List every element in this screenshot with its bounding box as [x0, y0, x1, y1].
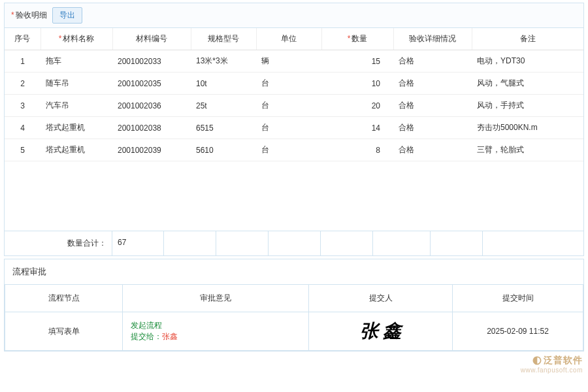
- col-opinion: 审批意见: [123, 285, 309, 312]
- detail-table: 序号 *材料名称 材料编号 规格型号 单位 *数量 验收详细情况 备注 1拖车2…: [5, 28, 583, 161]
- required-star-icon: *: [348, 34, 351, 43]
- cell-unit: 台: [256, 117, 321, 139]
- cell-status: 合格: [393, 50, 472, 73]
- cell-remark: 电动，YDT30: [472, 50, 583, 73]
- cell-unit: 台: [256, 95, 321, 117]
- cell-name: 随车吊: [41, 73, 112, 95]
- detail-title-wrap: *验收明细: [11, 10, 47, 21]
- col-code[interactable]: 材料编号: [112, 28, 191, 50]
- cell-status: 合格: [393, 95, 472, 117]
- totals-empty: [431, 231, 483, 255]
- table-row[interactable]: 5塔式起重机20010020395610台8合格三臂，轮胎式: [5, 139, 583, 161]
- acceptance-detail-panel: *验收明细 导出 序号 *材料名称 材料编号 规格型号 单位 *数量 验收详细情…: [4, 3, 584, 256]
- cell-seq: 4: [5, 117, 41, 139]
- totals-label: 数量合计：: [5, 231, 112, 255]
- approval-row: 填写表单发起流程提交给：张鑫张 鑫2025-02-09 11:52: [5, 312, 583, 351]
- table-row[interactable]: 3汽车吊200100203625t台20合格风动，手持式: [5, 95, 583, 117]
- cell-code: 2001002035: [112, 73, 191, 95]
- detail-header: *验收明细 导出: [5, 3, 583, 28]
- cell-name: 塔式起重机: [41, 117, 112, 139]
- approval-panel: 流程审批 流程节点 审批意见 提交人 提交时间 填写表单发起流程提交给：张鑫张 …: [4, 259, 584, 351]
- cell-qty: 10: [321, 73, 393, 95]
- cell-status: 合格: [393, 117, 472, 139]
- cell-submitter: 张 鑫: [309, 312, 453, 351]
- cell-name: 塔式起重机: [41, 139, 112, 161]
- cell-node: 填写表单: [5, 312, 123, 351]
- cell-qty: 14: [321, 117, 393, 139]
- approval-title: 流程审批: [5, 259, 583, 285]
- cell-unit: 辆: [256, 50, 321, 73]
- approval-header-row: 流程节点 审批意见 提交人 提交时间: [5, 285, 583, 312]
- cell-seq: 1: [5, 50, 41, 73]
- cell-seq: 2: [5, 73, 41, 95]
- col-name[interactable]: *材料名称: [41, 28, 112, 50]
- cell-spec: 10t: [191, 73, 256, 95]
- cell-time: 2025-02-09 11:52: [453, 312, 583, 351]
- cell-code: 2001002033: [112, 50, 191, 73]
- col-spec[interactable]: 规格型号: [191, 28, 256, 50]
- table-row[interactable]: 4塔式起重机20010020386515台14合格夯击功5000KN.m: [5, 117, 583, 139]
- cell-qty: 20: [321, 95, 393, 117]
- watermark-brand: ◐泛普软件: [521, 353, 583, 367]
- detail-table-scroll[interactable]: 序号 *材料名称 材料编号 规格型号 单位 *数量 验收详细情况 备注 1拖车2…: [5, 28, 583, 231]
- cell-name: 拖车: [41, 50, 112, 73]
- export-button[interactable]: 导出: [52, 7, 82, 24]
- totals-empty: [483, 231, 583, 255]
- watermark-url: www.fanpusoft.com: [521, 367, 583, 374]
- totals-empty: [321, 231, 373, 255]
- cell-code: 2001002039: [112, 139, 191, 161]
- detail-header-row: 序号 *材料名称 材料编号 规格型号 单位 *数量 验收详细情况 备注: [5, 28, 583, 50]
- required-star-icon: *: [11, 10, 14, 20]
- cell-status: 合格: [393, 73, 472, 95]
- cell-qty: 15: [321, 50, 393, 73]
- watermark-logo-icon: ◐: [532, 354, 542, 365]
- cell-unit: 台: [256, 139, 321, 161]
- col-qty[interactable]: *数量: [321, 28, 393, 50]
- cell-seq: 3: [5, 95, 41, 117]
- col-submitter: 提交人: [309, 285, 453, 312]
- cell-remark: 风动，手持式: [472, 95, 583, 117]
- totals-row: 数量合计： 67: [5, 231, 583, 255]
- cell-remark: 三臂，轮胎式: [472, 139, 583, 161]
- totals-empty: [269, 231, 321, 255]
- cell-unit: 台: [256, 73, 321, 95]
- cell-remark: 风动，气腿式: [472, 73, 583, 95]
- col-remark[interactable]: 备注: [472, 28, 583, 50]
- cell-spec: 6515: [191, 117, 256, 139]
- totals-empty: [164, 231, 216, 255]
- opinion-action: 发起流程: [131, 320, 301, 331]
- cell-remark: 夯击功5000KN.m: [472, 117, 583, 139]
- cell-seq: 5: [5, 139, 41, 161]
- col-status[interactable]: 验收详细情况: [393, 28, 472, 50]
- totals-empty: [216, 231, 269, 255]
- cell-spec: 5610: [191, 139, 256, 161]
- approval-table: 流程节点 审批意见 提交人 提交时间 填写表单发起流程提交给：张鑫张 鑫2025…: [5, 285, 583, 351]
- table-row[interactable]: 1拖车200100203313米*3米辆15合格电动，YDT30: [5, 50, 583, 73]
- col-unit[interactable]: 单位: [256, 28, 321, 50]
- watermark: ◐泛普软件 www.fanpusoft.com: [521, 353, 583, 374]
- totals-value: 67: [112, 231, 164, 255]
- table-row[interactable]: 2随车吊200100203510t台10合格风动，气腿式: [5, 73, 583, 95]
- col-node: 流程节点: [5, 285, 123, 312]
- cell-spec: 13米*3米: [191, 50, 256, 73]
- totals-empty: [373, 231, 431, 255]
- cell-name: 汽车吊: [41, 95, 112, 117]
- cell-status: 合格: [393, 139, 472, 161]
- cell-spec: 25t: [191, 95, 256, 117]
- col-time: 提交时间: [453, 285, 583, 312]
- opinion-target: 提交给：张鑫: [131, 331, 301, 342]
- cell-qty: 8: [321, 139, 393, 161]
- signature: 张 鑫: [360, 321, 401, 341]
- cell-code: 2001002036: [112, 95, 191, 117]
- cell-code: 2001002038: [112, 117, 191, 139]
- col-seq[interactable]: 序号: [5, 28, 41, 50]
- required-star-icon: *: [59, 34, 62, 43]
- cell-opinion: 发起流程提交给：张鑫: [123, 312, 309, 351]
- detail-title: 验收明细: [16, 10, 47, 20]
